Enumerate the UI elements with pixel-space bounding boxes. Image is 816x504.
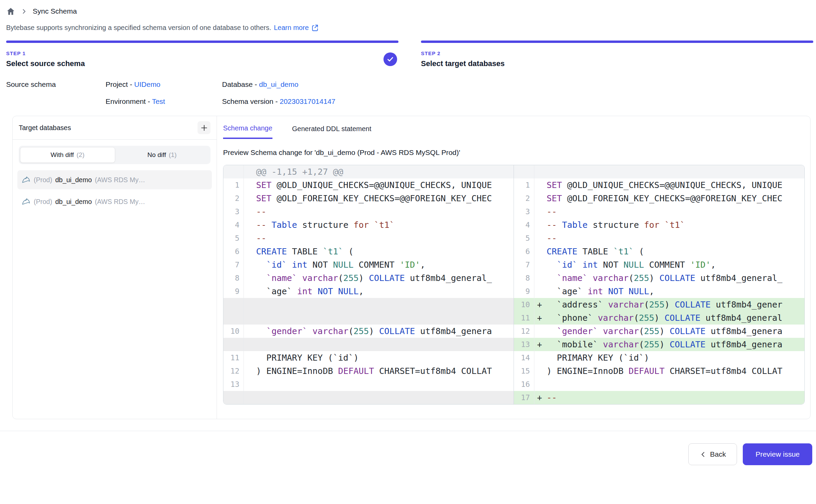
diff-row: 7 `id` int NOT NULL COMMENT 'ID', — [223, 258, 514, 271]
diff-marker — [244, 245, 256, 258]
step-1-title: Select source schema — [6, 59, 85, 68]
code-line: `id` int NOT NULL COMMENT 'ID', — [256, 258, 514, 271]
line-number: 1 — [514, 178, 534, 192]
diff-row: 9 `age` int NOT NULL, — [223, 285, 514, 298]
diff-row: 3-- — [223, 205, 514, 218]
add-database-button[interactable] — [198, 121, 210, 134]
step-1-progress-bar — [6, 41, 398, 43]
line-number: 13 — [514, 338, 534, 351]
diff-marker — [534, 165, 547, 178]
diff-row: 1SET @OLD_UNIQUE_CHECKS=@@UNIQUE_CHECKS,… — [223, 178, 514, 192]
target-databases-panel: Target databases With diff (2) No diff (… — [13, 116, 217, 419]
diff-marker — [534, 205, 547, 218]
environment-link[interactable]: Test — [152, 97, 165, 105]
line-number — [223, 165, 244, 178]
diff-row — [223, 338, 514, 351]
code-line: SET @OLD_FOREIGN_KEY_CHECKS=@@FOREIGN_KE… — [547, 192, 804, 205]
line-number: 12 — [514, 325, 534, 338]
home-icon[interactable] — [6, 7, 15, 16]
diff-row: 6CREATE TABLE `t1` ( — [223, 245, 514, 258]
code-line: `age` int NOT NULL, — [256, 285, 514, 298]
line-number: 17 — [514, 391, 534, 404]
diff-marker — [244, 364, 256, 378]
database-item[interactable]: (Prod) db_ui_demo (AWS RDS MySQL Prod) — [17, 192, 212, 211]
code-line: CREATE TABLE `t1` ( — [256, 245, 514, 258]
step-2-progress-bar — [421, 41, 813, 43]
diff-row: 15) ENGINE=InnoDB DEFAULT CHARSET=utf8mb… — [514, 364, 804, 378]
code-line: `name` varchar(255) COLLATE utf8mb4_gene… — [547, 271, 804, 285]
external-link-icon — [311, 24, 318, 31]
database-link[interactable]: db_ui_demo — [259, 80, 299, 88]
tab-schema-change[interactable]: Schema change — [223, 124, 272, 139]
step-1: STEP 1 Select source schema — [6, 41, 398, 68]
line-number: 11 — [223, 351, 244, 364]
diff-marker — [244, 298, 256, 311]
code-line: `address` varchar(255) COLLATE utf8mb4_g… — [547, 298, 804, 311]
diff-marker — [244, 378, 256, 391]
diff-marker — [244, 232, 256, 245]
line-number: 9 — [223, 285, 244, 298]
line-number — [223, 338, 244, 351]
line-number: 15 — [514, 364, 534, 378]
code-line — [256, 338, 514, 351]
learn-more-link[interactable]: Learn more — [274, 24, 318, 32]
diff-pane-right[interactable]: 1SET @OLD_UNIQUE_CHECKS=@@UNIQUE_CHECKS,… — [514, 165, 804, 404]
line-number: 2 — [223, 192, 244, 205]
code-line: `mobile` varchar(255) COLLATE utf8mb4_ge… — [547, 338, 804, 351]
code-line — [256, 311, 514, 325]
back-button[interactable]: Back — [688, 443, 737, 465]
code-line: `id` int NOT NULL COMMENT 'ID', — [547, 258, 804, 271]
diff-row: 5-- — [223, 232, 514, 245]
diff-marker — [244, 351, 256, 364]
step-2-label: STEP 2 — [421, 50, 505, 56]
line-number: 8 — [223, 271, 244, 285]
line-number: 6 — [223, 245, 244, 258]
line-number: 10 — [514, 298, 534, 311]
breadcrumb-separator-icon — [21, 8, 27, 15]
filter-tab-no-diff[interactable]: No diff (1) — [115, 147, 209, 163]
stepper: STEP 1 Select source schema STEP 2 Selec… — [6, 41, 813, 68]
code-line — [547, 165, 804, 178]
code-line: -- — [256, 205, 514, 218]
diff-row — [223, 298, 514, 311]
line-number: 13 — [223, 378, 244, 391]
diff-marker — [534, 325, 547, 338]
project-link[interactable]: UIDemo — [134, 80, 160, 88]
filter-tab-with-diff[interactable]: With diff (2) — [20, 147, 115, 163]
plus-icon — [200, 124, 208, 132]
description-text: Bytebase supports synchronizing a specif… — [6, 24, 271, 32]
footer-actions: Back Preview issue — [0, 431, 816, 465]
diff-row: 2SET @OLD_FOREIGN_KEY_CHECKS=@@FOREIGN_K… — [514, 192, 804, 205]
source-field-database: Database - db_ui_demo — [222, 80, 335, 89]
diff-pane-left[interactable]: @@ -1,15 +1,27 @@1SET @OLD_UNIQUE_CHECKS… — [223, 165, 514, 404]
database-item[interactable]: (Prod) db_ui_demo (AWS RDS MySQL Prod) — [17, 170, 212, 189]
diff-row: 2SET @OLD_FOREIGN_KEY_CHECKS=@@FOREIGN_K… — [223, 192, 514, 205]
diff-marker — [534, 285, 547, 298]
preview-issue-button[interactable]: Preview issue — [743, 443, 812, 465]
tab-generated-ddl[interactable]: Generated DDL statement — [292, 124, 372, 139]
diff-filter-tabs: With diff (2) No diff (1) — [19, 146, 210, 164]
step-2-title: Select target databases — [421, 59, 505, 68]
diff-row: 7 `id` int NOT NULL COMMENT 'ID', — [514, 258, 804, 271]
line-number — [223, 298, 244, 311]
diff-row: 12 `gender` varchar(255) COLLATE utf8mb4… — [514, 325, 804, 338]
diff-editor: @@ -1,15 +1,27 @@1SET @OLD_UNIQUE_CHECKS… — [223, 165, 805, 405]
diff-row: @@ -1,15 +1,27 @@ — [223, 165, 514, 178]
code-line: @@ -1,15 +1,27 @@ — [256, 165, 514, 178]
diff-row: 8 `name` varchar(255) COLLATE utf8mb4_ge… — [223, 271, 514, 285]
source-schema-section: Source schema Project - UIDemo Database … — [6, 80, 813, 106]
source-schema-label: Source schema — [6, 80, 106, 106]
line-number — [223, 311, 244, 325]
diff-marker — [244, 192, 256, 205]
schema-version-link[interactable]: 20230317014147 — [280, 97, 335, 105]
diff-row: 4-- Table structure for `t1` — [223, 218, 514, 232]
page-description: Bytebase supports synchronizing a specif… — [6, 24, 813, 32]
diff-marker — [534, 271, 547, 285]
code-line: -- — [547, 391, 804, 404]
diff-row: 4-- Table structure for `t1` — [514, 218, 804, 232]
code-line — [256, 391, 514, 404]
target-databases-title: Target databases — [19, 124, 71, 132]
code-line: SET @OLD_FOREIGN_KEY_CHECKS=@@FOREIGN_KE… — [256, 192, 514, 205]
diff-row: 13 — [223, 378, 514, 391]
code-line: -- Table structure for `t1` — [256, 218, 514, 232]
